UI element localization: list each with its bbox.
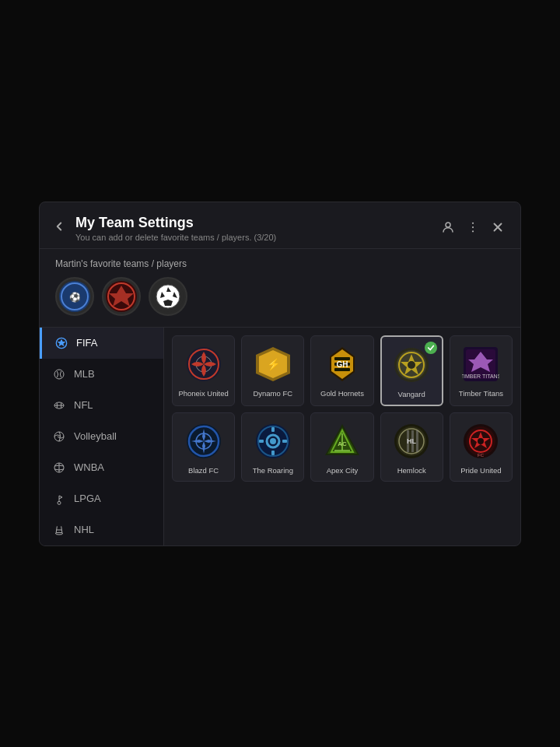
nhl-icon	[52, 523, 66, 537]
back-button[interactable]	[52, 219, 66, 237]
favorite-avatar-3[interactable]	[149, 277, 187, 316]
close-icon[interactable]	[491, 220, 505, 237]
team-logo-timber-titans: TIMBER TITANS	[460, 344, 501, 384]
sidebar-item-nfl[interactable]: NFL	[40, 390, 163, 421]
team-name-the-roaring: The Roaring	[253, 466, 293, 475]
team-name-vangard: Vangard	[398, 390, 425, 398]
wnba-icon	[52, 461, 66, 475]
svg-rect-56	[271, 427, 275, 432]
page-title: My Team Settings	[75, 215, 276, 231]
teams-grid-container: Phoneix United ⚡ Dynamo FC	[164, 328, 520, 545]
favorites-label: Martin's favorite teams / players	[55, 258, 505, 269]
team-card-gold-hornets[interactable]: GH Gold Hornets	[310, 335, 373, 406]
team-card-phoneix-united[interactable]: Phoneix United	[172, 335, 235, 406]
svg-point-2	[472, 226, 474, 227]
sidebar-item-lpga[interactable]: LPGA	[40, 483, 163, 514]
page-subtitle: You can add or delete favorite teams / p…	[75, 233, 276, 242]
team-logo-dynamo-fc: ⚡	[253, 344, 293, 384]
header-actions	[441, 220, 505, 237]
sidebar: FIFA MLB	[40, 328, 164, 545]
svg-text:GH: GH	[336, 360, 348, 369]
sidebar-label-volleyball: Volleyball	[74, 430, 117, 442]
sidebar-item-fifa[interactable]: FIFA	[40, 328, 163, 359]
team-name-timber-titans: Timber Titans	[459, 389, 503, 398]
svg-point-18	[54, 370, 64, 379]
modal-container: My Team Settings You can add or delete f…	[39, 202, 521, 546]
sidebar-label-wnba: WNBA	[74, 461, 104, 473]
team-logo-apex-city: AC	[322, 421, 362, 461]
header-left: My Team Settings You can add or delete f…	[52, 215, 276, 242]
svg-point-55	[270, 438, 276, 444]
svg-point-23	[54, 432, 64, 441]
lpga-icon	[52, 492, 66, 506]
volleyball-icon	[52, 430, 66, 444]
team-logo-gold-hornets: GH	[322, 344, 362, 384]
team-name-apex-city: Apex City	[327, 466, 359, 475]
content-area: FIFA MLB	[40, 328, 520, 545]
team-name-pride-united: Pride United	[460, 466, 501, 475]
team-card-timber-titans[interactable]: TIMBER TITANS Timber Titans	[450, 335, 513, 406]
team-logo-pride-united: FC	[460, 421, 501, 461]
modal-header: My Team Settings You can add or delete f…	[40, 202, 520, 249]
user-icon[interactable]	[441, 220, 455, 237]
team-card-dynamo-fc[interactable]: ⚡ Dynamo FC	[241, 335, 304, 406]
svg-point-45	[408, 361, 415, 369]
svg-point-1	[472, 222, 474, 223]
nfl-icon	[52, 398, 66, 412]
svg-point-0	[446, 223, 450, 227]
sidebar-label-fifa: FIFA	[76, 337, 97, 349]
team-card-blazd-fc[interactable]: Blazd FC	[172, 412, 235, 482]
mlb-icon	[52, 367, 66, 381]
svg-rect-68	[416, 430, 418, 452]
svg-rect-57	[271, 451, 275, 455]
svg-point-73	[478, 438, 484, 444]
selected-checkmark	[425, 342, 437, 354]
team-card-apex-city[interactable]: AC Apex City	[310, 412, 373, 482]
team-name-blazd-fc: Blazd FC	[188, 466, 219, 475]
team-logo-blazd-fc	[184, 421, 224, 461]
team-logo-hemlock: HL	[391, 421, 432, 461]
svg-text:HL: HL	[407, 437, 416, 445]
svg-text:⚽: ⚽	[69, 291, 81, 303]
team-logo-the-roaring	[253, 421, 293, 461]
team-name-hemlock: Hemlock	[397, 466, 426, 475]
sidebar-item-nhl[interactable]: NHL	[40, 514, 163, 545]
team-card-the-roaring[interactable]: The Roaring	[241, 412, 304, 482]
sidebar-item-volleyball[interactable]: Volleyball	[40, 421, 163, 452]
svg-point-26	[58, 501, 61, 504]
sidebar-label-lpga: LPGA	[74, 493, 101, 504]
sidebar-label-nhl: NHL	[74, 524, 94, 535]
svg-text:FC: FC	[478, 453, 485, 458]
favorite-avatar-2[interactable]	[102, 277, 141, 316]
svg-text:AC: AC	[338, 440, 347, 447]
more-options-icon[interactable]	[466, 220, 480, 237]
team-name-dynamo-fc: Dynamo FC	[253, 389, 292, 398]
sidebar-label-mlb: MLB	[74, 368, 95, 380]
team-name-phoneix-united: Phoneix United	[178, 389, 228, 398]
team-card-pride-united[interactable]: FC Pride United	[450, 412, 513, 482]
svg-rect-58	[259, 440, 264, 443]
svg-point-3	[472, 230, 474, 232]
team-card-vangard[interactable]: Vangard	[380, 335, 443, 406]
teams-grid: Phoneix United ⚡ Dynamo FC	[172, 335, 513, 482]
svg-text:⚡: ⚡	[266, 358, 280, 371]
favorite-avatar-1[interactable]: ⚽	[55, 277, 94, 316]
sidebar-label-nfl: NFL	[74, 399, 93, 411]
sidebar-item-wnba[interactable]: WNBA	[40, 452, 163, 483]
fifa-icon	[54, 336, 68, 350]
favorites-avatars: ⚽	[55, 277, 505, 316]
svg-rect-59	[282, 440, 287, 443]
svg-text:TIMBER TITANS: TIMBER TITANS	[462, 374, 499, 379]
team-logo-phoneix-united	[184, 344, 224, 384]
favorites-section: Martin's favorite teams / players ⚽	[40, 249, 520, 328]
team-name-gold-hornets: Gold Hornets	[320, 389, 364, 398]
team-card-hemlock[interactable]: HL Hemlock	[380, 412, 443, 482]
sidebar-item-mlb[interactable]: MLB	[40, 359, 163, 390]
svg-point-28	[55, 532, 62, 535]
title-group: My Team Settings You can add or delete f…	[75, 215, 276, 242]
